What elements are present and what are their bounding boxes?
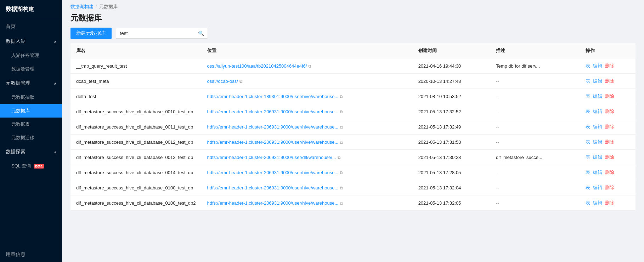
cell-db-name: dlf_metastore_success_hive_cli_database_… <box>70 104 202 119</box>
cell-desc: -- <box>490 195 580 211</box>
action-edit-btn[interactable]: 编辑 <box>593 139 602 145</box>
cell-db-name: delta_test <box>70 89 202 104</box>
cell-desc: -- <box>490 74 580 89</box>
cell-time: 2021-08-10 10:53:52 <box>413 89 490 104</box>
action-edit-btn[interactable]: 编辑 <box>593 108 602 115</box>
location-link[interactable]: oss://dcao-oss/ <box>207 79 238 84</box>
action-edit-btn[interactable]: 编辑 <box>593 93 602 99</box>
action-table-btn[interactable]: 表 <box>586 200 590 206</box>
location-link[interactable]: hdfs://emr-header-1.cluster-189301:9000/… <box>207 94 339 99</box>
sidebar-item-meta-table[interactable]: 元数据表 <box>0 118 62 131</box>
action-edit-btn[interactable]: 编辑 <box>593 63 602 69</box>
action-delete-btn[interactable]: 删除 <box>605 63 614 69</box>
new-database-button[interactable]: 新建元数据库 <box>70 28 112 39</box>
cell-location: hdfs://emr-header-1.cluster-206931:9000/… <box>202 119 413 135</box>
breadcrumb-home[interactable]: 数据湖构建 <box>70 4 94 10</box>
copy-icon[interactable]: ⧉ <box>340 140 343 145</box>
cell-location: hdfs://emr-header-1.cluster-189301:9000/… <box>202 89 413 104</box>
action-delete-btn[interactable]: 删除 <box>605 78 614 84</box>
table-header-row: 库名 位置 创建时间 描述 操作 <box>70 43 635 58</box>
location-link[interactable]: oss://aliyun-test100/aaa/tb2021042500464… <box>207 63 307 69</box>
sidebar-group-explore[interactable]: 数据探索 ∧ <box>0 144 62 159</box>
action-edit-btn[interactable]: 编辑 <box>593 124 602 130</box>
location-link[interactable]: hdfs://emr-header-1.cluster-206931:9000/… <box>207 155 336 160</box>
copy-icon[interactable]: ⧉ <box>308 64 311 69</box>
col-header-location: 位置 <box>202 43 413 58</box>
table-row: dlf_metastore_success_hive_cli_database_… <box>70 119 635 135</box>
location-link[interactable]: hdfs://emr-header-1.cluster-206931:9000/… <box>207 185 339 190</box>
action-delete-btn[interactable]: 删除 <box>605 139 614 145</box>
action-table-btn[interactable]: 表 <box>586 154 590 160</box>
action-table-btn[interactable]: 表 <box>586 93 590 99</box>
action-edit-btn[interactable]: 编辑 <box>593 154 602 160</box>
cell-time: 2021-04-16 19:44:30 <box>413 58 490 74</box>
sidebar-group-data-ingest[interactable]: 数据入湖 ∧ <box>0 34 62 49</box>
action-edit-btn[interactable]: 编辑 <box>593 184 602 191</box>
location-link[interactable]: hdfs://emr-header-1.cluster-206931:9000/… <box>207 139 339 145</box>
sidebar-item-meta-migrate[interactable]: 元数据迁移 <box>0 131 62 144</box>
copy-icon[interactable]: ⧉ <box>239 79 243 84</box>
cell-location: oss://aliyun-test100/aaa/tb2021042500464… <box>202 58 413 74</box>
copy-icon[interactable]: ⧉ <box>340 94 343 99</box>
copy-icon[interactable]: ⧉ <box>340 201 343 206</box>
action-delete-btn[interactable]: 删除 <box>605 108 614 115</box>
sidebar-item-usage[interactable]: 用量信息 <box>0 247 62 262</box>
action-edit-btn[interactable]: 编辑 <box>593 169 602 176</box>
sidebar-group-metadata[interactable]: 元数据管理 ∧ <box>0 76 62 91</box>
action-table-btn[interactable]: 表 <box>586 78 590 84</box>
action-delete-btn[interactable]: 删除 <box>605 169 614 176</box>
search-icon[interactable]: 🔍 <box>198 30 204 36</box>
sidebar-item-ingest-task[interactable]: 入湖任务管理 <box>0 49 62 62</box>
action-delete-btn[interactable]: 删除 <box>605 124 614 130</box>
database-table: 库名 位置 创建时间 描述 操作 __tmp_query_result_test… <box>70 43 635 211</box>
copy-icon[interactable]: ⧉ <box>340 170 343 175</box>
cell-actions: 表编辑删除 <box>580 195 635 211</box>
table-row: delta_testhdfs://emr-header-1.cluster-18… <box>70 89 635 104</box>
location-link[interactable]: hdfs://emr-header-1.cluster-206931:9000/… <box>207 124 339 130</box>
cell-db-name: dcao_test_meta <box>70 74 202 89</box>
action-table-btn[interactable]: 表 <box>586 139 590 145</box>
sidebar-item-meta-db[interactable]: 元数据库 <box>0 104 62 118</box>
cell-time: 2020-10-13 14:27:48 <box>413 74 490 89</box>
table-row: dlf_metastore_success_hive_cli_database_… <box>70 195 635 211</box>
cell-db-name: dlf_metastore_success_hive_cli_database_… <box>70 119 202 135</box>
cell-actions: 表编辑删除 <box>580 58 635 74</box>
cell-time: 2021-05-13 17:32:05 <box>413 195 490 211</box>
cell-location: hdfs://emr-header-1.cluster-206931:9000/… <box>202 165 413 180</box>
action-delete-btn[interactable]: 删除 <box>605 184 614 191</box>
search-box: 🔍 <box>116 28 208 39</box>
chevron-up-icon-3: ∧ <box>54 150 56 154</box>
col-header-desc: 描述 <box>490 43 580 58</box>
sidebar-item-sql-query[interactable]: SQL 查询 beta <box>0 159 62 173</box>
cell-desc: -- <box>490 165 580 180</box>
location-link[interactable]: hdfs://emr-header-1.cluster-206931:9000/… <box>207 200 339 206</box>
action-table-btn[interactable]: 表 <box>586 124 590 130</box>
action-table-btn[interactable]: 表 <box>586 63 590 69</box>
col-header-action: 操作 <box>580 43 635 58</box>
copy-icon[interactable]: ⧉ <box>338 155 341 160</box>
copy-icon[interactable]: ⧉ <box>340 186 343 190</box>
sidebar-item-meta-extract[interactable]: 元数据抽取 <box>0 91 62 104</box>
col-header-name: 库名 <box>70 43 202 58</box>
action-table-btn[interactable]: 表 <box>586 169 590 176</box>
action-table-btn[interactable]: 表 <box>586 108 590 115</box>
search-input[interactable] <box>120 28 198 38</box>
action-delete-btn[interactable]: 删除 <box>605 154 614 160</box>
sidebar-item-home[interactable]: 首页 <box>0 19 62 34</box>
cell-actions: 表编辑删除 <box>580 89 635 104</box>
location-link[interactable]: hdfs://emr-header-1.cluster-206931:9000/… <box>207 170 339 175</box>
action-delete-btn[interactable]: 删除 <box>605 93 614 99</box>
cell-location: hdfs://emr-header-1.cluster-206931:9000/… <box>202 104 413 119</box>
location-link[interactable]: hdfs://emr-header-1.cluster-206931:9000/… <box>207 109 339 114</box>
action-edit-btn[interactable]: 编辑 <box>593 78 602 84</box>
action-delete-btn[interactable]: 删除 <box>605 200 614 206</box>
beta-badge: beta <box>34 164 44 169</box>
page-title: 元数据库 <box>62 10 644 28</box>
action-edit-btn[interactable]: 编辑 <box>593 200 602 206</box>
copy-icon[interactable]: ⧉ <box>340 109 343 114</box>
sidebar-item-datasource[interactable]: 数据源管理 <box>0 62 62 76</box>
cell-time: 2021-05-13 17:32:52 <box>413 104 490 119</box>
action-table-btn[interactable]: 表 <box>586 184 590 191</box>
cell-time: 2021-05-13 17:28:05 <box>413 165 490 180</box>
copy-icon[interactable]: ⧉ <box>340 125 343 130</box>
